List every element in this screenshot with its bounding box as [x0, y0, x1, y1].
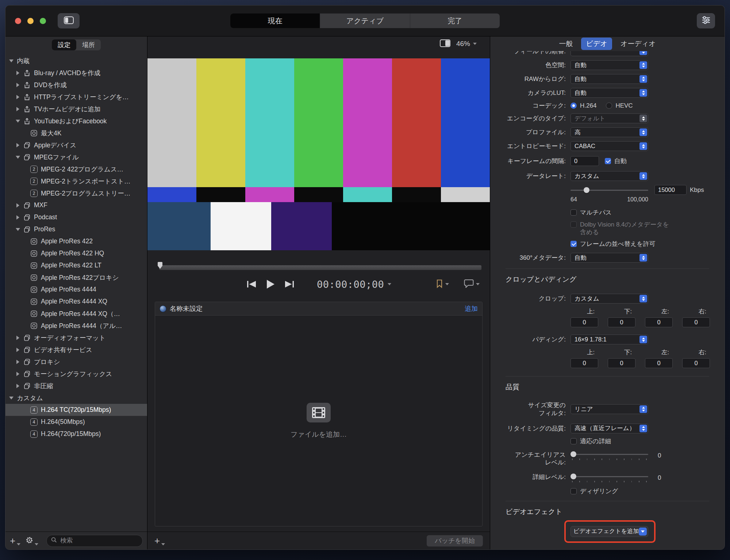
sidebar-item[interactable]: HTTPライブストリーミングを…	[5, 91, 147, 103]
disclosure-triangle-icon[interactable]	[15, 95, 20, 99]
tab-active[interactable]: アクティブ	[320, 13, 410, 28]
sidebar-item[interactable]: 最大4K	[5, 127, 147, 139]
color-space-popup[interactable]: 自動	[570, 60, 648, 70]
sidebar-toggle-button[interactable]	[58, 13, 80, 28]
sidebar-item[interactable]: ビデオ共有サービス	[5, 344, 147, 356]
zoom-window-button[interactable]	[40, 18, 46, 24]
sidebar-item[interactable]: Apple ProRes 4444（アル…	[5, 320, 147, 332]
sidebar-item[interactable]: MXF	[5, 199, 147, 211]
inspector-toggle-button[interactable]	[697, 13, 715, 28]
add-job-button[interactable]: +	[154, 536, 165, 545]
disclosure-triangle-icon[interactable]	[15, 348, 20, 352]
antialias-slider[interactable]	[570, 451, 648, 457]
sidebar-item[interactable]: Apple ProRes 4444	[5, 283, 147, 296]
multipass-checkbox[interactable]	[570, 209, 577, 216]
start-batch-button[interactable]: バッチを開始	[427, 535, 483, 547]
timecode-control[interactable]: 00:00:00;00	[317, 279, 391, 290]
sidebar-item[interactable]: 4H.264(720p/15Mbps)	[5, 428, 147, 440]
resize-filter-popup[interactable]: リニア	[570, 404, 648, 414]
annotation-menu[interactable]	[464, 279, 480, 289]
sidebar-item[interactable]: YouTubeおよびFacebook	[5, 115, 147, 127]
disclosure-triangle-icon[interactable]	[15, 228, 20, 231]
crop-bottom-field[interactable]: 0	[608, 317, 635, 327]
tab-video[interactable]: ビデオ	[581, 38, 612, 50]
padding-bottom-field[interactable]: 0	[608, 358, 635, 368]
codec-hevc-radio[interactable]	[606, 103, 612, 109]
search-field[interactable]	[46, 535, 143, 547]
sidebar-item[interactable]: Apple ProRes 422プロキシ	[5, 271, 147, 283]
sidebar-item[interactable]: 2MPEG-2トランスポートスト…	[5, 175, 147, 187]
play-button[interactable]	[266, 279, 275, 289]
disclosure-triangle-icon[interactable]	[15, 336, 20, 340]
disclosure-triangle-icon[interactable]	[15, 120, 20, 123]
sidebar-item[interactable]: プロキシ	[5, 356, 147, 368]
disclosure-triangle-icon[interactable]	[9, 59, 14, 62]
data-rate-popup[interactable]: カスタム	[570, 171, 648, 181]
sidebar-item[interactable]: Appleデバイス	[5, 139, 147, 151]
dithering-checkbox[interactable]	[570, 488, 577, 494]
tab-settings[interactable]: 設定	[52, 39, 76, 50]
add-file-link[interactable]: 追加	[465, 304, 478, 313]
tab-locations[interactable]: 場所	[76, 39, 101, 50]
adaptive-details-checkbox[interactable]	[570, 438, 577, 444]
tab-completed[interactable]: 完了	[410, 13, 500, 28]
slider-thumb[interactable]	[570, 451, 576, 457]
profile-popup[interactable]: 高	[570, 127, 648, 137]
padding-top-field[interactable]: 0	[570, 358, 598, 368]
previous-frame-button[interactable]	[246, 280, 257, 289]
disclosure-triangle-icon[interactable]	[15, 107, 20, 111]
tab-audio[interactable]: オーディオ	[616, 38, 661, 50]
sidebar-item[interactable]: 内蔵	[5, 55, 147, 67]
sidebar-item[interactable]: オーディオフォーマット	[5, 332, 147, 344]
bitrate-field[interactable]: 15000	[654, 185, 687, 195]
disclosure-triangle-icon[interactable]	[15, 83, 20, 87]
next-frame-button[interactable]	[284, 280, 295, 289]
minimize-window-button[interactable]	[27, 18, 34, 24]
batch-drop-area[interactable]: ファイルを追加…	[155, 316, 482, 526]
crop-right-field[interactable]: 0	[682, 317, 710, 327]
add-preset-button[interactable]: +	[10, 536, 20, 545]
disclosure-triangle-icon[interactable]	[9, 397, 14, 399]
sidebar-item[interactable]: MPEGファイル	[5, 151, 147, 163]
disclosure-triangle-icon[interactable]	[15, 71, 20, 75]
sidebar-item[interactable]: Apple ProRes 422	[5, 235, 147, 247]
keyframe-auto-checkbox[interactable]	[605, 158, 611, 164]
disclosure-triangle-icon[interactable]	[15, 156, 20, 159]
keyframe-interval-field[interactable]: 0	[570, 156, 599, 166]
sidebar-item[interactable]: Blu-ray / AVCHDを作成	[5, 67, 147, 79]
disclosure-triangle-icon[interactable]	[15, 215, 20, 220]
raw-log-popup[interactable]: 自動	[570, 74, 648, 84]
camera-lut-popup[interactable]: 自動	[570, 88, 648, 98]
crop-popup[interactable]: カスタム	[570, 294, 648, 304]
slider-thumb[interactable]	[584, 187, 589, 193]
timeline-scrubber[interactable]	[159, 265, 481, 270]
bitrate-slider[interactable]	[570, 187, 648, 193]
padding-popup[interactable]: 16×9 1.78:1	[570, 335, 648, 344]
sidebar-item[interactable]: DVDを作成	[5, 79, 147, 91]
disclosure-triangle-icon[interactable]	[15, 360, 20, 364]
split-view-icon[interactable]	[440, 39, 450, 49]
detail-level-slider[interactable]	[570, 473, 648, 480]
disclosure-triangle-icon[interactable]	[15, 203, 20, 208]
sidebar-item[interactable]: 非圧縮	[5, 380, 147, 392]
sidebar-item[interactable]: カスタム	[5, 392, 147, 404]
add-video-effect-button[interactable]: ビデオエフェクトを追加	[570, 526, 648, 537]
disclosure-triangle-icon[interactable]	[15, 384, 20, 388]
sidebar-item[interactable]: 4H.264(50Mbps)	[5, 416, 147, 428]
tab-general[interactable]: 一般	[554, 38, 577, 50]
sidebar-item[interactable]: Apple ProRes 4444 XQ（…	[5, 308, 147, 320]
codec-h264-radio[interactable]	[570, 103, 577, 109]
slider-thumb[interactable]	[570, 474, 576, 479]
search-input[interactable]	[59, 537, 138, 545]
close-window-button[interactable]	[15, 18, 21, 24]
sidebar-item[interactable]: モーショングラフィックス	[5, 368, 147, 380]
action-menu-button[interactable]	[26, 536, 38, 545]
disclosure-triangle-icon[interactable]	[15, 372, 20, 376]
frame-reorder-checkbox[interactable]	[570, 241, 577, 247]
crop-left-field[interactable]: 0	[645, 317, 673, 327]
tab-current[interactable]: 現在	[230, 13, 320, 28]
retiming-popup[interactable]: 高速（直近フレーム）	[570, 424, 648, 433]
sidebar-item[interactable]: 4H.264 TC(720p/15Mbps)	[5, 404, 147, 416]
zoom-control[interactable]: 46%	[456, 40, 477, 48]
padding-left-field[interactable]: 0	[645, 358, 673, 368]
